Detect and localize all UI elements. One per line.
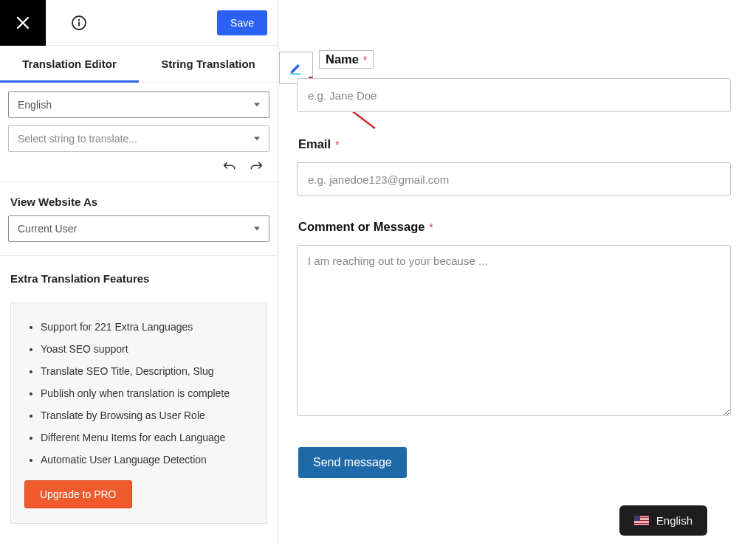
email-label: Email <box>298 137 331 151</box>
feature-item: Yoast SEO support <box>41 343 253 355</box>
upgrade-button[interactable]: Upgrade to PRO <box>24 480 132 508</box>
pencil-icon <box>289 60 303 75</box>
chevron-down-icon <box>254 227 260 231</box>
view-as-select[interactable]: Current User <box>8 215 269 242</box>
email-input[interactable] <box>297 162 731 196</box>
required-mark: * <box>332 139 339 151</box>
feature-item: Different Menu Items for each Language <box>41 432 253 443</box>
name-label-wrap: Name * <box>319 50 374 69</box>
feature-item: Translate SEO Title, Description, Slug <box>41 365 253 377</box>
features-title: Extra Translation Features <box>0 256 278 292</box>
required-mark: * <box>360 54 367 66</box>
close-icon <box>16 15 30 30</box>
info-icon <box>71 15 87 31</box>
undo-icon[interactable] <box>223 161 236 171</box>
language-switcher-label: English <box>656 514 693 527</box>
svg-point-1 <box>78 18 80 20</box>
feature-item: Translate by Browsing as User Role <box>41 409 253 421</box>
save-button[interactable]: Save <box>217 10 267 35</box>
features-box: Support for 221 Extra Languages Yoast SE… <box>10 302 267 524</box>
string-select[interactable]: Select string to translate... <box>8 125 269 152</box>
info-button[interactable] <box>71 15 87 31</box>
string-select-placeholder: Select string to translate... <box>18 133 137 145</box>
required-mark: * <box>426 221 433 233</box>
view-as-value: Current User <box>18 223 77 235</box>
language-select-value: English <box>18 99 52 111</box>
feature-item: Publish only when translation is complet… <box>41 387 253 399</box>
tab-string-translation[interactable]: String Translation <box>139 46 278 82</box>
message-textarea[interactable] <box>297 245 731 416</box>
send-button[interactable]: Send message <box>298 447 407 478</box>
language-select[interactable]: English <box>8 91 269 118</box>
message-label: Comment or Message <box>298 220 425 233</box>
name-label: Name <box>326 52 359 66</box>
svg-rect-3 <box>291 74 300 75</box>
close-button[interactable] <box>0 0 46 46</box>
view-as-title: View Website As <box>0 182 278 215</box>
feature-item: Support for 221 Extra Languages <box>41 321 253 333</box>
chevron-down-icon <box>254 103 260 107</box>
flag-icon <box>634 516 649 525</box>
language-switcher[interactable]: English <box>619 505 707 536</box>
feature-item: Automatic User Language Detection <box>41 454 253 466</box>
tab-translation-editor[interactable]: Translation Editor <box>0 46 139 82</box>
name-input[interactable] <box>297 78 731 112</box>
chevron-down-icon <box>254 137 260 141</box>
redo-icon[interactable] <box>250 161 263 171</box>
svg-rect-2 <box>78 21 80 26</box>
